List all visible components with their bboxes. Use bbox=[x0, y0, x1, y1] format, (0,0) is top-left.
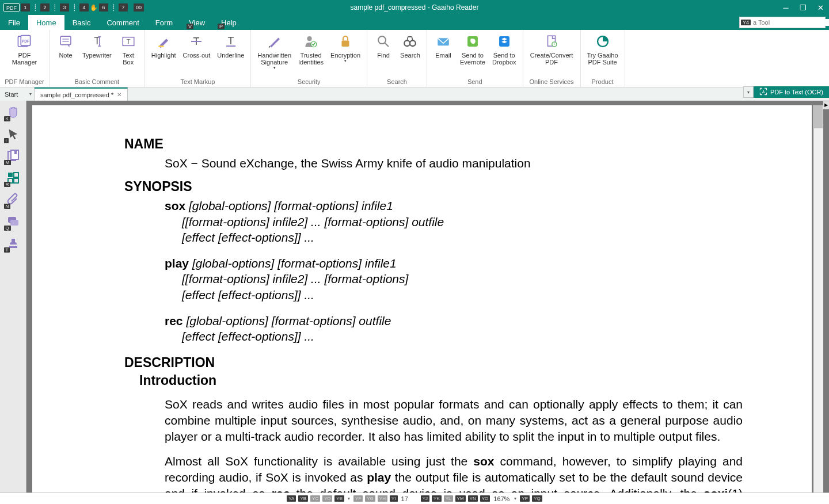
select-tool-button[interactable]: I bbox=[3, 125, 24, 143]
qat-item[interactable]: 4 bbox=[79, 3, 89, 12]
tool-search-input[interactable] bbox=[751, 19, 829, 26]
description-para: SoX reads and writes audio files in most… bbox=[165, 396, 743, 445]
close-button[interactable]: ✕ bbox=[812, 0, 829, 15]
textbox-button[interactable]: TText Box bbox=[116, 31, 141, 67]
ocr-icon: A bbox=[759, 87, 767, 97]
email-button[interactable]: Email bbox=[431, 31, 456, 60]
try-gaaiho-button[interactable]: Try Gaaiho PDF Suite bbox=[584, 31, 621, 67]
menu-view[interactable]: View bbox=[181, 15, 213, 30]
status-chip[interactable]: YM bbox=[455, 495, 466, 502]
svg-rect-36 bbox=[14, 150, 17, 154]
status-chip[interactable]: YF bbox=[353, 495, 363, 502]
dropdown-icon: ▾ bbox=[273, 66, 276, 70]
maximize-button[interactable]: ❐ bbox=[794, 0, 812, 15]
qat-hand-icon[interactable]: ✋ bbox=[90, 3, 98, 12]
crossout-icon: T bbox=[188, 33, 205, 50]
encryption-button[interactable]: Encryption▾ bbox=[328, 31, 363, 65]
comments-button[interactable]: Q bbox=[3, 212, 24, 231]
chevron-down-icon[interactable]: ▾ bbox=[347, 496, 351, 501]
group-label: Basic Comment bbox=[53, 77, 141, 87]
svg-point-24 bbox=[405, 40, 410, 46]
start-tab[interactable]: Start▾ bbox=[0, 87, 35, 101]
highlight-button[interactable]: Highlight bbox=[149, 31, 179, 60]
syn-line: play [global-options] [format-options] i… bbox=[165, 255, 743, 271]
minimize-button[interactable]: ─ bbox=[777, 0, 794, 15]
qat-item[interactable]: 6 bbox=[99, 3, 108, 12]
quick-access-toolbar: PDF 1 ┊ 2 ┊ 3 ┊ 4 ✋ 6 ┊ 7 00 bbox=[0, 3, 144, 12]
section-name: NAME bbox=[124, 136, 743, 152]
status-chip[interactable]: YL bbox=[444, 495, 453, 502]
svg-text:PDF: PDF bbox=[22, 39, 29, 43]
menu-basic[interactable]: Basic bbox=[64, 15, 99, 30]
crossout-button[interactable]: TCross-out bbox=[180, 31, 214, 60]
qat-item[interactable]: 2 bbox=[40, 3, 50, 12]
sb-hint: T bbox=[4, 247, 10, 253]
bookmarks-button[interactable]: M bbox=[3, 147, 24, 165]
status-chip[interactable]: YQ bbox=[532, 495, 542, 502]
pdf-manager-icon: PDF bbox=[16, 33, 33, 50]
tabbar-dropdown[interactable]: ▾ bbox=[743, 86, 754, 98]
document-tab[interactable]: sample pdf_compressed *✕ bbox=[35, 87, 128, 101]
ribbon-group-basic-comment: Note TTypewriter TText Box Basic Comment bbox=[50, 30, 145, 87]
pen-icon bbox=[266, 33, 283, 50]
status-chip[interactable]: YJ bbox=[421, 495, 429, 502]
menu-comment[interactable]: Comment bbox=[98, 15, 147, 30]
svg-line-23 bbox=[385, 43, 389, 47]
evernote-button[interactable]: Send to Evernote bbox=[457, 31, 488, 67]
status-chip[interactable]: YA bbox=[287, 495, 296, 502]
chevron-down-icon[interactable]: ▾ bbox=[513, 496, 518, 501]
document-canvas[interactable]: NAME SoX − Sound eXchange, the Swiss Arm… bbox=[26, 101, 829, 492]
create-convert-button[interactable]: +Create/Convert PDF bbox=[527, 31, 576, 67]
main-area: K I M R N Q T NAME SoX − Sound eXchange,… bbox=[0, 101, 829, 492]
handwritten-signature-button[interactable]: Handwritten Signature▾ bbox=[254, 31, 294, 72]
status-chip[interactable]: YP bbox=[520, 495, 530, 502]
qat-item[interactable]: 00 bbox=[134, 3, 144, 12]
status-chip[interactable]: YH bbox=[378, 495, 387, 502]
status-chip[interactable]: YB bbox=[298, 495, 308, 502]
attachment-button[interactable]: N bbox=[3, 190, 24, 209]
left-sidebar: K I M R N Q T bbox=[0, 101, 26, 492]
zoom-level[interactable]: 167% bbox=[492, 495, 511, 502]
status-chip[interactable]: YE bbox=[334, 495, 344, 502]
hand-tool-button[interactable]: K bbox=[3, 103, 24, 121]
close-tab-icon[interactable]: ✕ bbox=[117, 91, 121, 98]
search-button[interactable]: Search bbox=[397, 31, 423, 60]
status-chip[interactable]: YI bbox=[390, 495, 398, 502]
status-chip[interactable]: YO bbox=[480, 495, 490, 502]
typewriter-button[interactable]: TTypewriter bbox=[79, 31, 115, 60]
qat-item[interactable]: 1 bbox=[21, 3, 30, 12]
qat-item[interactable]: 7 bbox=[119, 3, 128, 12]
pdf-manager-button[interactable]: PDFPDF Manager bbox=[9, 31, 40, 67]
tool-search-box[interactable]: Y4 bbox=[739, 17, 826, 28]
status-chip[interactable]: YN bbox=[468, 495, 478, 502]
label: Highlight bbox=[151, 52, 176, 59]
menu-file[interactable]: File bbox=[0, 15, 28, 30]
scrollbar-thumb[interactable] bbox=[814, 105, 823, 128]
menu-form[interactable]: Form bbox=[147, 15, 181, 30]
status-chip[interactable]: YD bbox=[322, 495, 332, 502]
chevron-down-icon[interactable]: ▾ bbox=[29, 91, 32, 97]
ribbon-group-pdf-manager: PDFPDF Manager PDF Manager bbox=[0, 30, 50, 87]
status-bar: YA YB YC YD YE ▾ YF YG YH YI 17 YJ YK YL… bbox=[0, 492, 829, 504]
ribbon-group-product: Try Gaaiho PDF Suite Product bbox=[581, 30, 625, 87]
menu-home[interactable]: Home bbox=[28, 15, 64, 30]
scroll-right-arrow[interactable]: ▶ bbox=[823, 101, 829, 109]
find-button[interactable]: Find bbox=[371, 31, 396, 60]
page-number[interactable]: 17 bbox=[400, 495, 409, 502]
status-chip[interactable]: YG bbox=[365, 495, 375, 502]
dropbox-button[interactable]: Send to Dropbox bbox=[489, 31, 519, 67]
group-label: Search bbox=[371, 77, 423, 87]
trusted-identities-button[interactable]: Trusted Identities bbox=[295, 31, 326, 67]
thumbnails-button[interactable]: R bbox=[3, 169, 24, 187]
stamp-button[interactable]: T bbox=[3, 234, 24, 253]
status-chip[interactable]: YC bbox=[310, 495, 320, 502]
note-button[interactable]: Note bbox=[53, 31, 78, 60]
underline-button[interactable]: TUnderline bbox=[214, 31, 247, 60]
doc-tab-label: sample pdf_compressed * bbox=[40, 91, 113, 98]
syn-line: [effect [effect-options]] ... bbox=[182, 287, 743, 303]
pdf-to-text-ocr-button[interactable]: A PDF to Text (OCR) bbox=[754, 86, 829, 98]
name-text: SoX − Sound eXchange, the Swiss Army kni… bbox=[165, 155, 743, 171]
status-chip[interactable]: YK bbox=[432, 495, 442, 502]
vertical-scrollbar[interactable] bbox=[813, 105, 823, 492]
qat-item[interactable]: 3 bbox=[60, 3, 69, 12]
